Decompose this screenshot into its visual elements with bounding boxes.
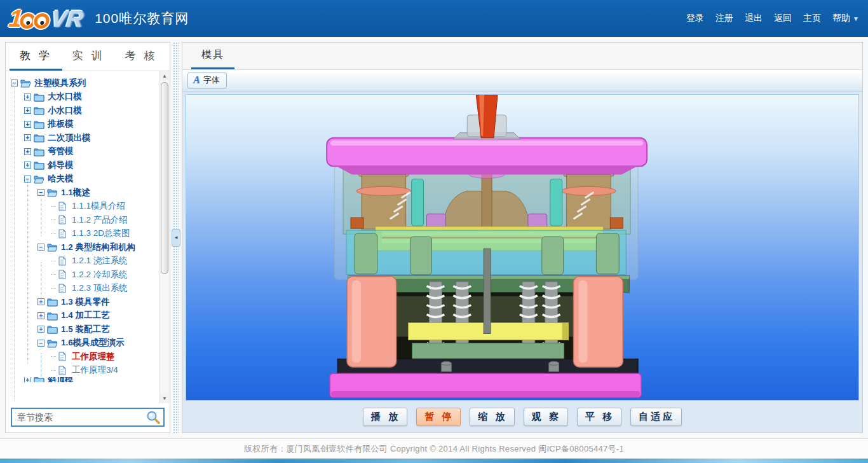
home-link[interactable]: 主页 <box>803 13 821 24</box>
logo-eye-icon <box>33 13 50 29</box>
tree-item[interactable]: +1.3 模具零件 <box>6 295 159 309</box>
tab-assessment[interactable]: 考 核 <box>114 43 167 71</box>
pause-button[interactable]: 暂 停 <box>416 408 461 426</box>
doc-icon <box>58 215 69 225</box>
footer-accent-strip <box>0 459 868 463</box>
ejector-plate-green <box>412 343 564 359</box>
folder-closed-icon <box>34 377 44 382</box>
folder-closed-icon <box>47 324 58 334</box>
tree-item-label: 1.1.2 产品介绍 <box>72 214 128 226</box>
scrollbar-up-icon[interactable]: ▲ <box>160 71 169 81</box>
folder-closed-icon <box>34 147 44 156</box>
tree-item-label: 哈夫模 <box>48 173 74 184</box>
register-link[interactable]: 注册 <box>715 13 733 24</box>
tree-guide-line <box>27 179 28 364</box>
tree-item[interactable]: +推板模 <box>6 118 159 132</box>
tree-item[interactable]: +二次顶出模 <box>6 131 159 145</box>
tree-item[interactable]: 1.1.1模具介绍 <box>6 200 159 214</box>
viewer-canvas[interactable] <box>186 94 859 401</box>
chapter-search <box>6 403 170 432</box>
login-link[interactable]: 登录 <box>686 13 704 24</box>
tab-training[interactable]: 实 训 <box>62 43 115 71</box>
search-icon[interactable] <box>146 410 161 425</box>
scrollbar-down-icon[interactable]: ▼ <box>160 394 169 403</box>
expand-plus-icon[interactable]: + <box>37 312 44 319</box>
tree-guide-line <box>41 353 41 378</box>
tab-teaching[interactable]: 教 学 <box>10 43 62 71</box>
collapse-minus-icon[interactable]: − <box>37 244 44 251</box>
tree-item[interactable]: 工作原理整 <box>6 350 159 364</box>
expand-plus-icon[interactable]: + <box>24 121 31 128</box>
tree-item-label: 弯管模 <box>48 146 74 157</box>
tree-connector <box>51 288 56 289</box>
tree-item-label: 1.2.1 浇注系统 <box>72 255 128 266</box>
tree-item[interactable]: 1.1.2 产品介绍 <box>6 213 159 227</box>
tree-item[interactable]: +1.5 装配工艺 <box>6 322 159 336</box>
expand-plus-icon[interactable]: + <box>24 134 31 141</box>
viewer-wrap: 播 放暂 停缩 放观 察平 移自适应 <box>182 92 862 432</box>
footer-copyright: 版权所有：厦门凤凰创壹软件有限公司 Copyright © 2014 All R… <box>0 439 868 459</box>
mold-3d-model[interactable] <box>186 95 841 400</box>
tree-item[interactable]: −1.1概述 <box>6 186 159 200</box>
expand-plus-icon[interactable]: + <box>24 107 31 114</box>
pan-button[interactable]: 平 移 <box>577 408 621 426</box>
observe-button[interactable]: 观 察 <box>524 408 568 426</box>
tree-connector <box>51 219 56 220</box>
tree-item-label: 1.2.2 冷却系统 <box>72 269 128 280</box>
font-button[interactable]: A 字体 <box>187 73 227 88</box>
expand-plus-icon[interactable]: + <box>37 326 44 333</box>
top-nav: 登录注册退出返回主页帮助▼ <box>686 13 859 24</box>
tree-item[interactable]: +弯管模 <box>6 145 159 159</box>
help-link[interactable]: 帮助▼ <box>832 13 859 24</box>
tree-item[interactable]: +小水口模 <box>6 104 159 118</box>
header: 1VR 100唯尔教育网 登录注册退出返回主页帮助▼ <box>0 0 868 37</box>
scrollbar-thumb[interactable] <box>161 82 168 274</box>
tree-item[interactable]: +斜顶模 <box>6 377 159 382</box>
tree-item[interactable]: 1.1.3 2D总装图 <box>6 227 159 241</box>
tree-item-label: 注塑模具系列 <box>34 78 86 89</box>
site-logo[interactable]: 1VR <box>8 6 85 31</box>
expand-plus-icon[interactable]: + <box>24 148 31 155</box>
tree-item[interactable]: +斜导模 <box>6 158 159 172</box>
search-input[interactable] <box>12 412 146 422</box>
tree-item[interactable]: 1.2.1 浇注系统 <box>6 254 159 268</box>
collapse-sidebar-button[interactable]: ◄ <box>172 229 180 247</box>
tree-item-label: 斜顶模 <box>48 377 74 382</box>
tree-guide-line <box>41 193 41 237</box>
panel-splitter[interactable]: ◄ <box>170 42 182 433</box>
doc-icon <box>58 284 69 293</box>
tree-area: −注塑模具系列+大水口模+小水口模+推板模+二次顶出模+弯管模+斜导模−哈夫模−… <box>6 71 170 403</box>
autofit-button[interactable]: 自适应 <box>630 408 682 426</box>
sidebar-scrollbar[interactable]: ▲ ▼ <box>159 71 170 403</box>
sidebar-tabs: 教 学实 训考 核 <box>6 43 170 71</box>
tree-item[interactable]: 工作原理3/4 <box>6 364 159 378</box>
logout-link[interactable]: 退出 <box>745 13 763 24</box>
tree-guide-line <box>41 262 41 305</box>
back-link[interactable]: 返回 <box>774 13 792 24</box>
tree-item[interactable]: 1.2.3 顶出系统 <box>6 282 159 296</box>
zoom-button[interactable]: 缩 放 <box>470 408 514 426</box>
tree-item[interactable]: 1.2.2 冷却系统 <box>6 268 159 282</box>
doc-icon <box>58 352 69 361</box>
expand-plus-icon[interactable]: + <box>24 162 31 169</box>
play-button[interactable]: 播 放 <box>363 408 407 426</box>
expand-plus-icon[interactable]: + <box>24 377 31 382</box>
tree-item-label: 1.4 加工工艺 <box>61 310 110 321</box>
tree-item[interactable]: +1.4 加工工艺 <box>6 309 159 323</box>
tab-mold[interactable]: 模具 <box>191 43 234 69</box>
folder-closed-icon <box>34 106 44 115</box>
tree-item[interactable]: +大水口模 <box>6 90 159 104</box>
folder-closed-icon <box>34 133 44 142</box>
tree-item-label: 1.6模具成型演示 <box>61 337 125 349</box>
search-box <box>11 408 165 427</box>
expand-plus-icon[interactable]: + <box>24 93 31 100</box>
collapse-minus-icon[interactable]: − <box>37 340 44 347</box>
tree-item-label: 推板模 <box>48 118 74 130</box>
viewer-toolbar: A 字体 <box>182 70 862 92</box>
folder-open-icon <box>47 242 58 252</box>
tree-item[interactable]: −1.6模具成型演示 <box>6 336 159 350</box>
tree-item-label: 小水口模 <box>48 105 82 116</box>
tree-item[interactable]: −1.2 典型结构和机构 <box>6 240 159 254</box>
tree-item[interactable]: −哈夫模 <box>6 172 159 186</box>
tree-item[interactable]: −注塑模具系列 <box>6 76 159 90</box>
